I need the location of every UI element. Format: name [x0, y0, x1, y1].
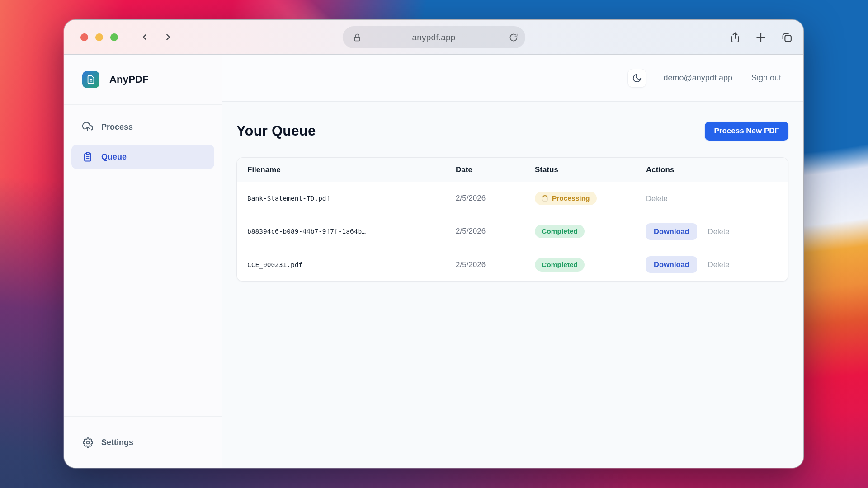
sidebar-nav: Process Queue [64, 105, 222, 416]
tab-overview-button[interactable] [781, 32, 793, 43]
app-body: AnyPDF Process Queue [64, 55, 803, 468]
dark-mode-toggle[interactable] [627, 69, 646, 88]
status-label: Completed [542, 227, 578, 235]
sidebar: AnyPDF Process Queue [64, 55, 222, 468]
table-row: Bank-Statement-TD.pdf 2/5/2026 Processin… [237, 182, 788, 215]
sidebar-item-label: Settings [101, 438, 133, 447]
filename-cell: CCE_000231.pdf [247, 261, 456, 268]
delete-link[interactable]: Delete [646, 194, 668, 203]
date-cell: 2/5/2026 [456, 194, 535, 203]
actions-cell: Download Delete [646, 256, 788, 273]
cloud-upload-icon [82, 122, 93, 132]
page-title: Your Queue [236, 123, 316, 139]
actions-cell: Delete [646, 194, 788, 203]
table-row: b88394c6-b089-44b7-9f7f-1a64b… 2/5/2026 … [237, 215, 788, 248]
sidebar-item-label: Queue [101, 152, 127, 162]
browser-toolbar: anypdf.app [64, 20, 803, 55]
queue-table: Filename Date Status Actions Bank-Statem… [236, 157, 788, 282]
column-header-filename: Filename [247, 165, 456, 174]
main-area: demo@anypdf.app Sign out Your Queue Proc… [222, 55, 803, 468]
brand-name: AnyPDF [109, 74, 149, 85]
sidebar-footer: Settings [64, 416, 222, 468]
sign-out-link[interactable]: Sign out [751, 73, 781, 83]
address-bar[interactable]: anypdf.app [343, 26, 525, 48]
column-header-status: Status [535, 165, 646, 174]
tabs-icon [781, 32, 793, 43]
page-header: Your Queue Process New PDF [236, 122, 788, 141]
share-icon [730, 32, 741, 43]
date-cell: 2/5/2026 [456, 260, 535, 269]
share-button[interactable] [730, 32, 741, 43]
download-button[interactable]: Download [646, 256, 697, 273]
url-text: anypdf.app [343, 33, 525, 42]
zoom-window-button[interactable] [110, 33, 118, 41]
process-new-pdf-button[interactable]: Process New PDF [705, 122, 788, 141]
status-badge: Completed [535, 225, 585, 238]
gear-icon [82, 437, 93, 448]
app-header: demo@anypdf.app Sign out [222, 55, 803, 102]
browser-actions [730, 20, 793, 55]
status-label: Completed [542, 261, 578, 269]
column-header-date: Date [456, 165, 535, 174]
status-badge: Processing [535, 192, 597, 205]
actions-cell: Download Delete [646, 223, 788, 240]
sidebar-item-queue[interactable]: Queue [71, 145, 214, 169]
anypdf-logo-icon [82, 71, 99, 88]
user-email: demo@anypdf.app [664, 73, 732, 83]
sidebar-item-process[interactable]: Process [71, 115, 214, 139]
minimize-window-button[interactable] [95, 33, 103, 41]
close-window-button[interactable] [80, 33, 88, 41]
delete-link[interactable]: Delete [708, 260, 730, 269]
filename-cell: b88394c6-b089-44b7-9f7f-1a64b… [247, 228, 456, 235]
status-label: Processing [552, 194, 590, 202]
window-controls [80, 33, 118, 41]
delete-link[interactable]: Delete [708, 227, 730, 236]
chevron-right-icon [163, 32, 173, 42]
clipboard-icon [82, 151, 93, 162]
forward-button[interactable] [162, 31, 174, 43]
sidebar-item-label: Process [101, 122, 133, 132]
table-header-row: Filename Date Status Actions [237, 158, 788, 182]
page-content: Your Queue Process New PDF Filename Date… [222, 102, 803, 282]
download-button[interactable]: Download [646, 223, 697, 240]
table-row: CCE_000231.pdf 2/5/2026 Completed Downlo… [237, 248, 788, 281]
back-button[interactable] [139, 31, 151, 43]
brand: AnyPDF [64, 55, 222, 104]
new-tab-button[interactable] [755, 32, 767, 43]
column-header-actions: Actions [646, 165, 788, 174]
status-badge: Completed [535, 258, 585, 272]
chevron-left-icon [140, 32, 150, 42]
browser-nav [139, 31, 174, 43]
sidebar-item-settings[interactable]: Settings [71, 430, 214, 455]
spinner-icon [542, 195, 548, 202]
browser-window: anypdf.app AnyPDF [64, 19, 804, 468]
refresh-button[interactable] [509, 33, 518, 42]
moon-icon [632, 73, 642, 83]
date-cell: 2/5/2026 [456, 227, 535, 236]
filename-cell: Bank-Statement-TD.pdf [247, 195, 456, 202]
plus-icon [755, 32, 767, 43]
